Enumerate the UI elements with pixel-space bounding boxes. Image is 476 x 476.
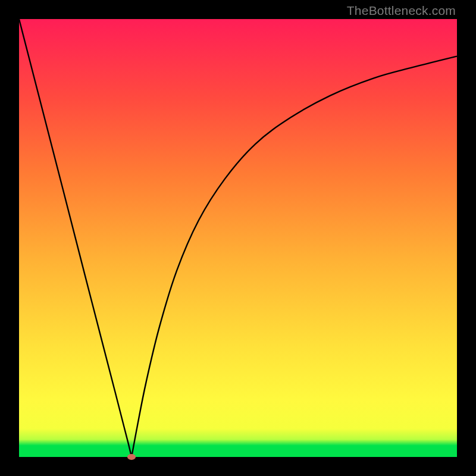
curve-left-segment	[19, 19, 131, 457]
attribution-text: TheBottleneck.com	[347, 4, 456, 18]
bottleneck-curve	[19, 19, 457, 457]
plot-area	[19, 19, 457, 457]
curve-right-segment	[131, 57, 457, 457]
chart-frame: TheBottleneck.com	[0, 0, 476, 476]
optimal-point-marker	[127, 454, 136, 460]
